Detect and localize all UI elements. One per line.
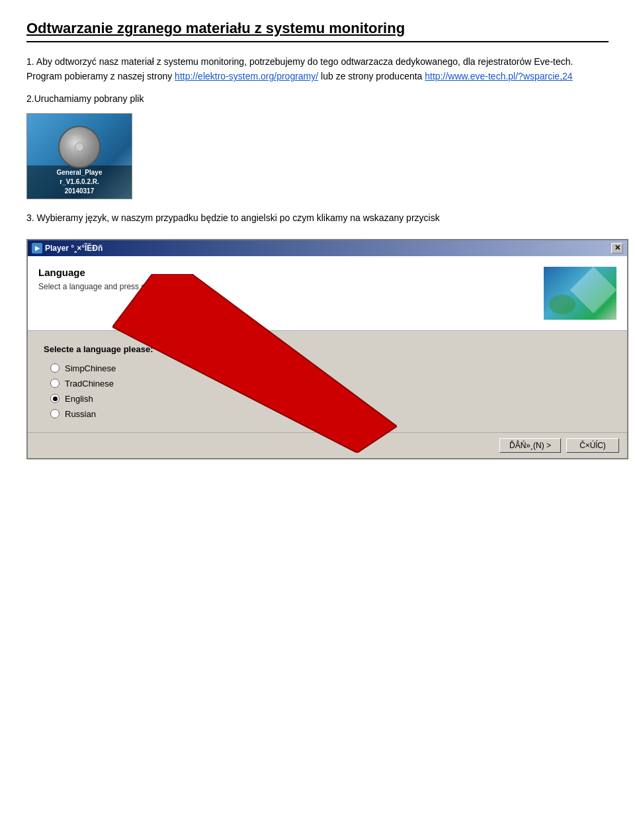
link-elektro[interactable]: http://elektro-system.org/programy/: [175, 71, 318, 81]
header-subtitle: Select a language and press next: [38, 282, 533, 291]
intro-text-2: lub ze strony producenta: [318, 71, 425, 81]
step3-heading: 3. Wybieramy język, w naszym przypadku b…: [26, 212, 609, 223]
label-russian: Russian: [65, 409, 96, 419]
radio-item-trad-chinese[interactable]: TradChinese: [50, 379, 611, 389]
radio-russian[interactable]: [50, 409, 60, 418]
radio-english[interactable]: [50, 394, 60, 403]
radio-item-russian[interactable]: Russian: [50, 409, 611, 419]
header-title: Language: [38, 267, 533, 278]
installer-icon[interactable]: General_Player_V1.6.0.2.R.20140317: [26, 113, 132, 199]
label-english: English: [65, 394, 93, 404]
step2-heading: 2.Uruchamiamy pobrany plik: [26, 93, 609, 104]
titlebar-left: ▶ Player °‸×°ĨĔÐñ: [32, 243, 103, 254]
language-radio-group: SimpChinese TradChinese English Russian: [44, 363, 611, 419]
player-icon: ▶: [32, 243, 42, 254]
dialog-header: Language Select a language and press nex…: [28, 256, 627, 331]
intro-paragraph: 1. Aby odtworzyć nasz materiał z systemu…: [26, 54, 609, 84]
next-button[interactable]: ĎÂŃ»¸(N) >: [499, 438, 561, 453]
cancel-button[interactable]: Č×ÚĺC): [566, 438, 619, 453]
language-dialog: ▶ Player °‸×°ĨĔÐñ ✕ Language Select a la…: [26, 239, 628, 459]
dialog-title: Player °‸×°ĨĔÐñ: [45, 244, 103, 253]
radio-item-simp-chinese[interactable]: SimpChinese: [50, 363, 611, 373]
header-text: Language Select a language and press nex…: [38, 267, 533, 291]
label-simp-chinese: SimpChinese: [65, 363, 116, 373]
header-image: [544, 267, 616, 320]
radio-simp-chinese[interactable]: [50, 363, 60, 373]
radio-item-english[interactable]: English: [50, 394, 611, 404]
link-eve-tech[interactable]: http://www.eve-tech.pl/?wsparcie,24: [425, 71, 572, 81]
label-trad-chinese: TradChinese: [65, 379, 114, 389]
dialog-wrapper: ▶ Player °‸×°ĨĔÐñ ✕ Language Select a la…: [26, 239, 628, 459]
dialog-body: Selecte a language please: SimpChinese T…: [28, 331, 627, 432]
installer-label: General_Player_V1.6.0.2.R.20140317: [27, 165, 132, 199]
disc-icon: [58, 126, 101, 168]
select-language-label: Selecte a language please:: [44, 344, 611, 354]
page-title: Odtwarzanie zgranego materiału z systemu…: [26, 20, 609, 42]
dialog-titlebar: ▶ Player °‸×°ĨĔÐñ ✕: [28, 240, 627, 256]
close-button[interactable]: ✕: [611, 243, 623, 254]
radio-trad-chinese[interactable]: [50, 379, 60, 388]
dialog-footer: ĎÂŃ»¸(N) > Č×ÚĺC): [28, 432, 627, 458]
